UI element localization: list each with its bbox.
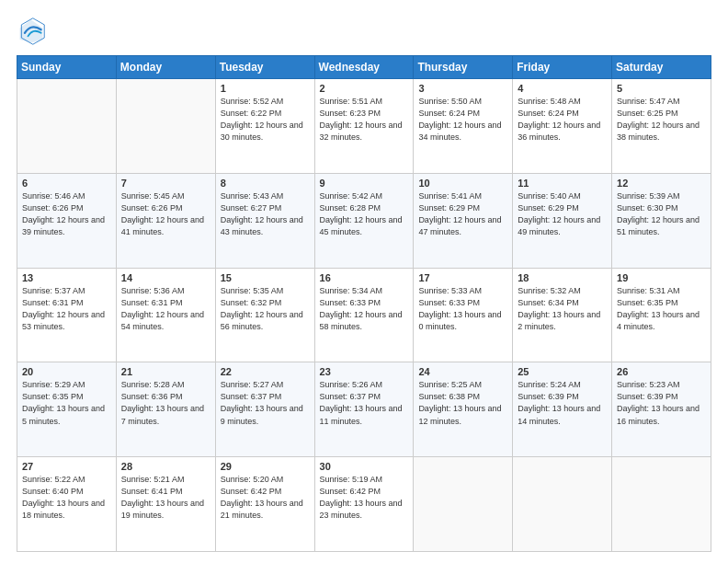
sunrise-text: Sunrise: 5:25 AM [418, 380, 482, 389]
calendar-cell: 18 Sunrise: 5:32 AM Sunset: 6:34 PM Dayl… [513, 268, 612, 362]
day-info: Sunrise: 5:45 AM Sunset: 6:26 PM Dayligh… [121, 190, 210, 238]
day-number: 7 [121, 178, 210, 189]
sunrise-text: Sunrise: 5:37 AM [22, 286, 85, 295]
sunrise-text: Sunrise: 5:52 AM [221, 97, 284, 106]
daylight-text: Daylight: 13 hours and 4 minutes. [617, 310, 700, 331]
daylight-text: Daylight: 13 hours and 9 minutes. [221, 404, 303, 425]
sunset-text: Sunset: 6:38 PM [418, 392, 480, 401]
calendar-cell: 10 Sunrise: 5:41 AM Sunset: 6:29 PM Dayl… [414, 173, 513, 268]
day-number: 1 [221, 83, 310, 94]
sunset-text: Sunset: 6:33 PM [320, 298, 381, 307]
calendar-week-1: 1 Sunrise: 5:52 AM Sunset: 6:22 PM Dayli… [17, 79, 711, 174]
day-number: 3 [418, 83, 507, 94]
calendar-cell [612, 457, 711, 552]
sunrise-text: Sunrise: 5:27 AM [221, 380, 284, 389]
calendar-cell: 9 Sunrise: 5:42 AM Sunset: 6:28 PM Dayli… [314, 173, 414, 268]
calendar-cell: 11 Sunrise: 5:40 AM Sunset: 6:29 PM Dayl… [513, 173, 612, 268]
day-info: Sunrise: 5:19 AM Sunset: 6:42 PM Dayligh… [320, 474, 409, 522]
daylight-text: Daylight: 13 hours and 7 minutes. [121, 404, 204, 425]
day-number: 9 [320, 178, 409, 189]
day-number: 24 [418, 366, 507, 377]
day-info: Sunrise: 5:47 AM Sunset: 6:25 PM Dayligh… [617, 96, 706, 144]
sunrise-text: Sunrise: 5:50 AM [418, 97, 482, 106]
sunrise-text: Sunrise: 5:40 AM [518, 191, 581, 201]
calendar-week-5: 27 Sunrise: 5:22 AM Sunset: 6:40 PM Dayl… [17, 457, 711, 552]
daylight-text: Daylight: 12 hours and 41 minutes. [121, 215, 204, 236]
calendar-cell: 19 Sunrise: 5:31 AM Sunset: 6:35 PM Dayl… [612, 268, 711, 362]
calendar-cell: 16 Sunrise: 5:34 AM Sunset: 6:33 PM Dayl… [314, 268, 414, 362]
day-number: 6 [22, 178, 111, 189]
sunrise-text: Sunrise: 5:39 AM [617, 191, 680, 201]
sunrise-text: Sunrise: 5:36 AM [121, 286, 185, 295]
day-number: 20 [22, 366, 111, 377]
day-number: 22 [221, 366, 310, 377]
sunrise-text: Sunrise: 5:23 AM [617, 380, 680, 389]
day-info: Sunrise: 5:36 AM Sunset: 6:31 PM Dayligh… [121, 285, 210, 333]
day-info: Sunrise: 5:39 AM Sunset: 6:30 PM Dayligh… [617, 190, 706, 238]
sunset-text: Sunset: 6:31 PM [121, 298, 183, 307]
daylight-text: Daylight: 12 hours and 38 minutes. [617, 121, 700, 142]
sunrise-text: Sunrise: 5:35 AM [221, 286, 284, 295]
calendar-cell: 20 Sunrise: 5:29 AM Sunset: 6:35 PM Dayl… [17, 362, 117, 457]
day-info: Sunrise: 5:27 AM Sunset: 6:37 PM Dayligh… [221, 379, 310, 427]
sunset-text: Sunset: 6:25 PM [617, 109, 678, 118]
daylight-text: Daylight: 13 hours and 21 minutes. [221, 499, 303, 520]
sunset-text: Sunset: 6:39 PM [617, 392, 678, 401]
sunset-text: Sunset: 6:29 PM [418, 203, 480, 213]
calendar-cell: 21 Sunrise: 5:28 AM Sunset: 6:36 PM Dayl… [116, 362, 215, 457]
day-number: 28 [121, 461, 210, 472]
day-number: 5 [617, 83, 706, 94]
sunrise-text: Sunrise: 5:31 AM [617, 286, 680, 295]
sunset-text: Sunset: 6:35 PM [617, 298, 678, 307]
day-info: Sunrise: 5:22 AM Sunset: 6:40 PM Dayligh… [22, 474, 111, 522]
weekday-header-row: SundayMondayTuesdayWednesdayThursdayFrid… [17, 56, 711, 79]
sunrise-text: Sunrise: 5:46 AM [22, 191, 85, 201]
day-info: Sunrise: 5:31 AM Sunset: 6:35 PM Dayligh… [617, 285, 706, 333]
day-info: Sunrise: 5:34 AM Sunset: 6:33 PM Dayligh… [320, 285, 409, 333]
day-number: 19 [617, 272, 706, 283]
sunrise-text: Sunrise: 5:21 AM [121, 475, 185, 484]
daylight-text: Daylight: 12 hours and 30 minutes. [221, 121, 303, 142]
daylight-text: Daylight: 12 hours and 58 minutes. [320, 310, 403, 331]
day-info: Sunrise: 5:25 AM Sunset: 6:38 PM Dayligh… [418, 379, 507, 427]
day-number: 13 [22, 272, 111, 283]
calendar-cell: 28 Sunrise: 5:21 AM Sunset: 6:41 PM Dayl… [116, 457, 215, 552]
sunrise-text: Sunrise: 5:41 AM [418, 191, 482, 201]
daylight-text: Daylight: 12 hours and 43 minutes. [221, 215, 303, 236]
weekday-header-saturday: Saturday [612, 56, 711, 79]
calendar-cell: 29 Sunrise: 5:20 AM Sunset: 6:42 PM Dayl… [215, 457, 314, 552]
sunset-text: Sunset: 6:22 PM [221, 109, 282, 118]
day-info: Sunrise: 5:20 AM Sunset: 6:42 PM Dayligh… [221, 474, 310, 522]
calendar-cell: 12 Sunrise: 5:39 AM Sunset: 6:30 PM Dayl… [612, 173, 711, 268]
daylight-text: Daylight: 13 hours and 23 minutes. [320, 499, 403, 520]
calendar-cell [513, 457, 612, 552]
sunrise-text: Sunrise: 5:34 AM [320, 286, 383, 295]
sunrise-text: Sunrise: 5:48 AM [518, 97, 581, 106]
day-info: Sunrise: 5:24 AM Sunset: 6:39 PM Dayligh… [518, 379, 607, 427]
sunrise-text: Sunrise: 5:51 AM [320, 97, 383, 106]
daylight-text: Daylight: 12 hours and 54 minutes. [121, 310, 204, 331]
sunrise-text: Sunrise: 5:28 AM [121, 380, 185, 389]
calendar-cell: 23 Sunrise: 5:26 AM Sunset: 6:37 PM Dayl… [314, 362, 414, 457]
calendar-cell: 30 Sunrise: 5:19 AM Sunset: 6:42 PM Dayl… [314, 457, 414, 552]
calendar-cell: 7 Sunrise: 5:45 AM Sunset: 6:26 PM Dayli… [116, 173, 215, 268]
sunrise-text: Sunrise: 5:33 AM [418, 286, 482, 295]
sunset-text: Sunset: 6:31 PM [22, 298, 84, 307]
weekday-header-wednesday: Wednesday [314, 56, 414, 79]
sunset-text: Sunset: 6:24 PM [518, 109, 579, 118]
sunrise-text: Sunrise: 5:26 AM [320, 380, 383, 389]
daylight-text: Daylight: 12 hours and 45 minutes. [320, 215, 403, 236]
daylight-text: Daylight: 12 hours and 34 minutes. [418, 121, 501, 142]
sunset-text: Sunset: 6:37 PM [221, 392, 282, 401]
daylight-text: Daylight: 13 hours and 2 minutes. [518, 310, 600, 331]
daylight-text: Daylight: 12 hours and 47 minutes. [418, 215, 501, 236]
sunset-text: Sunset: 6:29 PM [518, 203, 579, 213]
day-number: 15 [221, 272, 310, 283]
day-number: 30 [320, 461, 409, 472]
calendar-cell: 24 Sunrise: 5:25 AM Sunset: 6:38 PM Dayl… [414, 362, 513, 457]
sunrise-text: Sunrise: 5:20 AM [221, 475, 284, 484]
logo-icon [17, 17, 46, 46]
sunset-text: Sunset: 6:33 PM [418, 298, 480, 307]
weekday-header-monday: Monday [116, 56, 215, 79]
daylight-text: Daylight: 13 hours and 14 minutes. [518, 404, 600, 425]
